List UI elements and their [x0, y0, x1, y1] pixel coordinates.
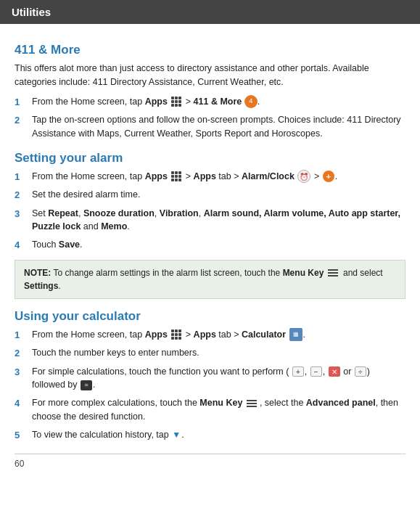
- alarm-clock-icon: ⏰: [297, 170, 310, 183]
- divide-button-icon: ÷: [355, 366, 366, 377]
- step-calc-3: 3 For simple calculations, touch the fun…: [15, 365, 405, 393]
- steps-alarm: 1 From the Home screen, tap Apps > Apps …: [15, 170, 405, 253]
- chevron-down-icon: ▼: [172, 428, 181, 441]
- step-alarm-3: 3 Set Repeat, Snooze duration, Vibration…: [15, 207, 405, 234]
- step-alarm-2: 2 Set the desired alarm time.: [15, 188, 405, 202]
- section-calculator: Using your calculator 1 From the Home sc…: [15, 309, 405, 443]
- minus-button-icon: −: [310, 366, 322, 377]
- steps-411: 1 From the Home screen, tap Apps > 411 &…: [15, 95, 405, 141]
- note-alarm: NOTE: To change alarm settings in the al…: [15, 260, 405, 299]
- page-number: 60: [15, 454, 405, 469]
- menu-key-icon: [328, 268, 339, 278]
- apps-icon-2: [171, 171, 181, 181]
- apps-icon-1: [171, 97, 181, 107]
- header-title: Utilities: [12, 6, 51, 18]
- step-calc-5: 5 To view the calculation history, tap ▼…: [15, 428, 405, 443]
- step-calc-2: 2 Touch the number keys to enter numbers…: [15, 346, 405, 361]
- calculator-icon: ▦: [289, 328, 302, 341]
- step-411-2: 2 Tap the on-screen options and follow t…: [15, 113, 405, 141]
- step-411-1: 1 From the Home screen, tap Apps > 411 &…: [15, 95, 405, 110]
- equals-button-icon: =: [81, 380, 92, 390]
- menu-key-icon-2: [247, 398, 258, 409]
- plus-button-icon: +: [292, 366, 304, 377]
- apps-icon-3: [171, 329, 181, 340]
- plus-icon: +: [323, 171, 334, 182]
- multiply-button-icon: ✕: [329, 366, 340, 377]
- step-calc-1: 1 From the Home screen, tap Apps > Apps …: [15, 328, 405, 343]
- 411-icon: 4: [244, 95, 258, 108]
- section-title-calc: Using your calculator: [15, 309, 405, 324]
- intro-text-411: This offers alot more than just access t…: [15, 62, 405, 89]
- section-411-more: 411 & More This offers alot more than ju…: [15, 43, 405, 141]
- step-alarm-4: 4 Touch Save.: [15, 238, 405, 253]
- section-title-alarm: Setting your alarm: [15, 151, 405, 165]
- steps-calc: 1 From the Home screen, tap Apps > Apps …: [15, 328, 405, 443]
- main-content: 411 & More This offers alot more than ju…: [0, 24, 420, 483]
- section-title-411: 411 & More: [15, 43, 405, 57]
- step-alarm-1: 1 From the Home screen, tap Apps > Apps …: [15, 170, 405, 184]
- step-calc-4: 4 For more complex calculations, touch t…: [15, 396, 405, 424]
- header-bar: Utilities: [0, 0, 420, 24]
- section-alarm: Setting your alarm 1 From the Home scree…: [15, 151, 405, 299]
